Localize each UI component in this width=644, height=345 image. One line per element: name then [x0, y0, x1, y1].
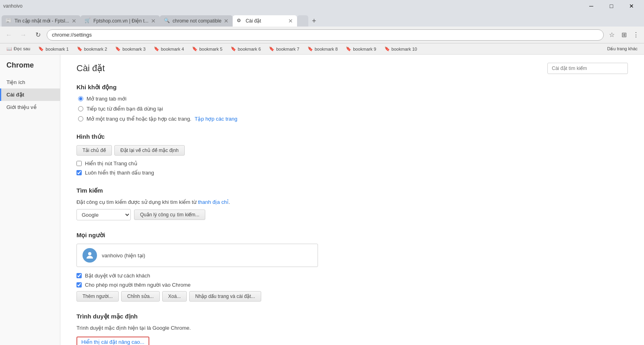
people-btn-group: Thêm người... Chỉnh sửa... Xoá... Nhập d…: [76, 291, 628, 302]
tab-fptsl[interactable]: 📰 Tin cập nhật mới - Fptsl... ✕: [2, 15, 80, 27]
address-input[interactable]: [47, 29, 604, 41]
tab-close-chrome-compat[interactable]: ✕: [224, 18, 229, 24]
tab-title-chrome-compat: chrome not compatible: [173, 18, 221, 24]
titlebar: vanhoivo ─ □ ✕: [0, 0, 644, 12]
startup-option-specific-label: Mở một trang cụ thể hoặc tập hợp các tra…: [87, 116, 191, 122]
bookmark-icon[interactable]: ☆: [607, 30, 617, 40]
sidebar-item-gioi-thieu[interactable]: Giới thiệu về: [0, 101, 60, 113]
appearance-btn-group: Tải chủ đề Đặt lại về chủ đề mặc định: [76, 145, 628, 156]
user-avatar: [83, 248, 97, 263]
svg-point-0: [88, 252, 91, 255]
section-search: Tìm kiếm Đặt công cụ tìm kiếm được sử dụ…: [76, 187, 628, 220]
extensions-icon[interactable]: ⊞: [619, 30, 629, 40]
startup-radio-new-tab[interactable]: [78, 96, 83, 101]
show-home-checkbox[interactable]: [76, 161, 82, 166]
add-person-button[interactable]: Thêm người...: [76, 291, 119, 302]
address-bar-link[interactable]: thanh địa chỉ: [198, 199, 229, 205]
startup-option-new-tab[interactable]: Mở trang tab mới: [78, 96, 628, 102]
guest-browse-checkbox[interactable]: [76, 273, 82, 278]
user-box: vanhoivo (hiện tại): [76, 244, 318, 267]
tab-fptshop[interactable]: 🛒 Fptshop.com.vn | Điện t... ✕: [80, 15, 160, 27]
add-people-checkbox[interactable]: [76, 282, 82, 288]
startup-radio-specific[interactable]: [78, 116, 83, 121]
forward-button[interactable]: →: [18, 29, 29, 41]
titlebar-controls: ─ □ ✕: [582, 0, 641, 12]
tab-settings[interactable]: ⚙ Cài đặt ✕: [233, 15, 297, 27]
appearance-section-title: Hình thức: [76, 133, 628, 140]
default-browser-desc: Trình duyệt mặc định hiện tại là Google …: [76, 325, 628, 331]
tab-favicon-fptshop: 🛒: [85, 18, 91, 24]
startup-option-specific[interactable]: Mở một trang cụ thể hoặc tập hợp các tra…: [78, 116, 628, 122]
startup-radio-group: Mở trang tab mới Tiếp tục từ điểm bạn đã…: [76, 96, 628, 122]
tab-close-settings[interactable]: ✕: [288, 18, 293, 24]
main-layout: Chrome Tiện ích Cài đặt Giới thiệu về Cà…: [0, 55, 644, 345]
tab-title-fptsl: Tin cập nhật mới - Fptsl...: [14, 18, 69, 24]
theme-reset-button[interactable]: Đặt lại về chủ đề mặc định: [114, 145, 185, 156]
bookmark-item-0[interactable]: 📖 Đọc sau: [3, 45, 33, 52]
bookmark-item-3[interactable]: 🔖 bookmark 3: [112, 45, 149, 52]
search-section-title: Tìm kiếm: [76, 187, 628, 194]
section-appearance: Hình thức Tải chủ đề Đặt lại về chủ đề m…: [76, 133, 628, 176]
new-tab-placeholder: [297, 15, 308, 27]
maximize-button[interactable]: □: [602, 0, 621, 12]
edit-person-button[interactable]: Chỉnh sửa...: [121, 291, 160, 302]
manage-search-button[interactable]: Quản lý công cụ tìm kiếm...: [134, 209, 205, 220]
menu-icon[interactable]: ⋮: [631, 30, 641, 40]
back-button[interactable]: ←: [3, 29, 14, 41]
advanced-settings-link[interactable]: Hiển thị cài đặt nâng cao...: [76, 337, 149, 345]
bookmarks-bar: 📖 Đọc sau 🔖 bookmark 1 🔖 bookmark 2 🔖 bo…: [0, 43, 644, 55]
sidebar-item-cai-dat[interactable]: Cài đặt: [0, 88, 60, 101]
show-bookmarks-checkbox[interactable]: [76, 170, 82, 175]
refresh-button[interactable]: ↻: [32, 29, 43, 41]
settings-search-input[interactable]: [547, 63, 628, 74]
user-name: vanhoivo (hiện tại): [102, 253, 145, 259]
search-engine-group: Google Bing Yahoo DuckDuckGo Quản lý côn…: [76, 209, 628, 220]
toolbar-icons: ☆ ⊞ ⋮: [607, 30, 641, 40]
tab-close-fptsl[interactable]: ✕: [72, 18, 76, 24]
startup-radio-continue[interactable]: [78, 106, 83, 111]
show-bookmarks-option[interactable]: Luôn hiển thị thanh dấu trang: [76, 170, 628, 176]
tab-favicon-fptsl: 📰: [6, 18, 12, 24]
bookmark-item-6[interactable]: 🔖 bookmark 6: [227, 45, 264, 52]
startup-section-title: Khi khởi động: [76, 84, 628, 91]
tab-chrome-compat[interactable]: 🔍 chrome not compatible ✕: [160, 15, 233, 27]
bookmark-item-10[interactable]: 🔖 bookmark 10: [381, 45, 421, 52]
bookmark-item-5[interactable]: 🔖 bookmark 5: [189, 45, 225, 52]
show-home-label: Hiển thị nút Trang chủ: [85, 160, 137, 166]
people-section-title: Mọi người: [76, 232, 628, 239]
tab-favicon-settings: ⚙: [237, 18, 243, 24]
show-bookmarks-label: Luôn hiển thị thanh dấu trang: [85, 170, 154, 176]
guest-browse-label: Bật duyệt với tư cách khách: [85, 273, 150, 279]
bookmark-item-1[interactable]: 🔖 bookmark 1: [35, 45, 72, 52]
bookmark-item-4[interactable]: 🔖 bookmark 4: [151, 45, 187, 52]
search-engine-dropdown[interactable]: Google Bing Yahoo DuckDuckGo: [76, 209, 131, 220]
bookmark-item-2[interactable]: 🔖 bookmark 2: [74, 45, 110, 52]
bookmarks-folder-button[interactable]: Dấu trang khác: [604, 45, 641, 52]
theme-download-button[interactable]: Tải chủ đề: [76, 145, 112, 156]
bookmark-item-7[interactable]: 🔖 bookmark 7: [266, 45, 302, 52]
new-tab-button[interactable]: +: [308, 15, 320, 27]
add-people-option[interactable]: Cho phép mọi người thêm người vào Chrome: [76, 282, 628, 288]
tab-favicon-chrome-compat: 🔍: [164, 18, 170, 24]
startup-specific-link[interactable]: Tập hợp các trang: [194, 116, 237, 122]
tab-title-settings: Cài đặt: [246, 18, 286, 24]
add-people-label: Cho phép mọi người thêm người vào Chrome: [85, 282, 191, 288]
page-title: Cài đặt: [76, 63, 105, 74]
delete-person-button[interactable]: Xoá...: [162, 291, 187, 302]
tab-title-fptshop: Fptshop.com.vn | Điện t...: [93, 18, 149, 24]
content-header: Cài đặt: [76, 63, 628, 74]
section-default-browser: Trình duyệt mặc định Trình duyệt mặc địn…: [76, 313, 628, 345]
bookmark-item-8[interactable]: 🔖 bookmark 8: [304, 45, 341, 52]
search-desc-prefix: Đặt công cụ tìm kiếm được sử dụng khi tì…: [76, 199, 198, 205]
minimize-button[interactable]: ─: [582, 0, 601, 12]
guest-browse-option[interactable]: Bật duyệt với tư cách khách: [76, 273, 628, 279]
startup-option-continue[interactable]: Tiếp tục từ điểm bạn đã dừng lại: [78, 106, 628, 112]
import-bookmarks-button[interactable]: Nhập dấu trang và cài đặt...: [189, 291, 261, 302]
show-home-option[interactable]: Hiển thị nút Trang chủ: [76, 160, 628, 166]
tab-close-fptshop[interactable]: ✕: [151, 18, 156, 24]
startup-option-continue-label: Tiếp tục từ điểm bạn đã dừng lại: [87, 106, 163, 112]
bookmark-item-9[interactable]: 🔖 bookmark 9: [343, 45, 379, 52]
titlebar-username: vanhoivo: [3, 3, 23, 9]
sidebar-item-tien-ich[interactable]: Tiện ích: [0, 76, 60, 88]
close-button[interactable]: ✕: [622, 0, 641, 12]
